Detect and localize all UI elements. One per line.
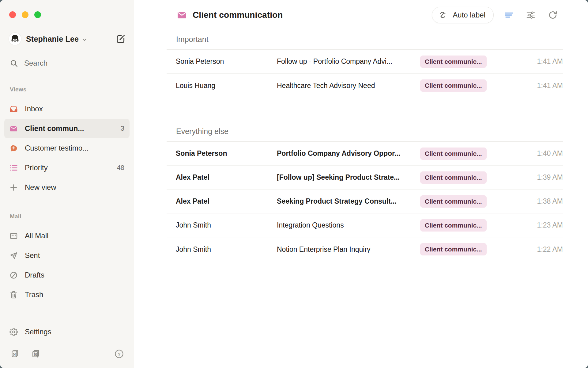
email-label-pill[interactable]: Client communic... [420, 195, 487, 208]
email-sender: Sonia Peterson [176, 57, 277, 66]
sidebar: Stephanie Lee Search Views [0, 0, 134, 368]
draft-icon [9, 271, 18, 279]
minimize-window-button[interactable] [22, 11, 28, 18]
sidebar-item-label: Drafts [25, 271, 44, 279]
email-time: 1:39 AM [487, 173, 563, 182]
chat-plus-icon [9, 144, 18, 152]
svg-text:15: 15 [33, 352, 37, 357]
email-time: 1:22 AM [487, 245, 563, 254]
email-label-pill[interactable]: Client communic... [420, 56, 487, 68]
email-row[interactable]: Sonia Peterson Follow up - Portfolio Com… [167, 50, 563, 74]
sidebar-item-label: Trash [25, 290, 43, 299]
sidebar-bottom: Settings N 15 [0, 322, 134, 368]
settings-label: Settings [25, 328, 51, 336]
sidebar-item-drafts[interactable]: Drafts [4, 265, 130, 285]
sidebar-item-label: Client commun... [25, 124, 84, 133]
gear-icon [9, 328, 18, 336]
view-envelope-icon [177, 10, 187, 20]
close-window-button[interactable] [9, 11, 16, 18]
sidebar-section-label-views: Views [10, 86, 134, 93]
chevron-down-icon [81, 36, 88, 43]
email-row[interactable]: John Smith Integration Questions Client … [167, 213, 563, 237]
email-label-pill[interactable]: Client communic... [420, 219, 487, 232]
notion-logo-icon[interactable]: N [10, 349, 20, 359]
sliders-icon [526, 16, 535, 21]
email-sender: Sonia Peterson [176, 149, 277, 158]
email-sender: Alex Patel [176, 173, 277, 182]
email-sender: John Smith [176, 245, 277, 254]
account-switcher[interactable]: Stephanie Lee [9, 32, 126, 46]
refresh-button[interactable] [546, 8, 560, 22]
email-row[interactable]: Alex Patel [Follow up] Seeking Product S… [167, 166, 563, 190]
email-time: 1:41 AM [487, 82, 563, 90]
sidebar-item-customer-testimo[interactable]: Customer testimo... [4, 138, 130, 158]
email-subject: Follow up - Portfolio Company Advi... [277, 57, 420, 66]
sidebar-sections: Views Inbox Client commun... 3 Customer … [0, 69, 134, 305]
email-label-pill[interactable]: Client communic... [420, 79, 487, 92]
display-settings-button[interactable] [524, 8, 538, 22]
email-group-title: Everything else [167, 127, 563, 136]
email-time: 1:41 AM [487, 57, 563, 66]
sidebar-item-label: New view [25, 183, 56, 192]
sidebar-item-new-view[interactable]: New view [4, 178, 130, 197]
window-controls [0, 0, 134, 18]
trash-icon [9, 291, 18, 299]
email-label-pill[interactable]: Client communic... [420, 148, 487, 160]
svg-text:?: ? [118, 351, 120, 357]
app-window: Stephanie Lee Search Views [0, 0, 588, 368]
calendar-icon[interactable]: 15 [31, 349, 40, 359]
email-label-pill[interactable]: Client communic... [420, 243, 487, 255]
email-time: 1:40 AM [487, 149, 563, 158]
sidebar-item-label: Customer testimo... [25, 144, 89, 152]
header-controls: Auto label [432, 7, 560, 23]
refresh-icon [548, 16, 557, 21]
user-name: Stephanie Lee [26, 35, 79, 44]
sidebar-item-sent[interactable]: Sent [4, 246, 130, 265]
sidebar-item-client-commun[interactable]: Client commun... 3 [4, 119, 130, 138]
auto-label-button[interactable]: Auto label [432, 7, 494, 23]
help-icon[interactable]: ? [114, 349, 124, 359]
email-group-title: Important [167, 35, 563, 44]
sidebar-item-trash[interactable]: Trash [4, 285, 130, 305]
list-icon [9, 164, 18, 172]
send-icon [9, 251, 18, 260]
avatar [9, 33, 21, 45]
email-label-pill[interactable]: Client communic... [420, 171, 487, 184]
email-row[interactable]: Sonia Peterson Portfolio Company Advisor… [167, 142, 563, 166]
email-row[interactable]: Alex Patel Seeking Product Strategy Cons… [167, 190, 563, 213]
email-time: 1:23 AM [487, 221, 563, 229]
search-button[interactable]: Search [10, 57, 125, 69]
sidebar-item-label: Priority [25, 163, 48, 172]
sidebar-section-label-mail: Mail [10, 213, 134, 220]
email-row[interactable]: John Smith Notion Enterprise Plan Inquir… [167, 237, 563, 261]
filter-button[interactable] [502, 8, 516, 22]
sidebar-item-inbox[interactable]: Inbox [4, 99, 130, 119]
sidebar-item-priority[interactable]: Priority 48 [4, 158, 130, 178]
email-time: 1:38 AM [487, 197, 563, 205]
email-subject: Notion Enterprise Plan Inquiry [277, 245, 420, 254]
sidebar-item-label: All Mail [25, 232, 48, 240]
email-row[interactable]: Louis Huang Healthcare Tech Advisory Nee… [167, 74, 563, 98]
email-group-everything-else: Everything else Sonia Peterson Portfolio… [167, 127, 563, 261]
search-label: Search [24, 59, 47, 67]
search-icon [10, 59, 18, 67]
all-mail-icon [9, 232, 18, 240]
unread-count: 48 [117, 164, 124, 172]
compose-button[interactable] [115, 34, 126, 44]
sidebar-footer: N 15 ? [4, 342, 130, 368]
email-subject: Healthcare Tech Advisory Need [277, 82, 420, 90]
filter-icon [504, 16, 513, 21]
plus-icon [9, 183, 18, 192]
email-list: Important Sonia Peterson Follow up - Por… [167, 30, 563, 261]
main-panel: Client communication Auto label [134, 0, 588, 368]
svg-text:N: N [13, 352, 16, 357]
email-subject: Integration Questions [277, 221, 420, 229]
envelope-icon [9, 125, 18, 133]
sidebar-item-all-mail[interactable]: All Mail [4, 226, 130, 246]
auto-label-label: Auto label [453, 11, 485, 19]
zoom-window-button[interactable] [34, 11, 41, 18]
view-header: Client communication Auto label [134, 0, 588, 30]
sidebar-item-settings[interactable]: Settings [4, 322, 130, 342]
email-subject: Seeking Product Strategy Consult... [277, 197, 420, 205]
inbox-icon [9, 105, 18, 113]
